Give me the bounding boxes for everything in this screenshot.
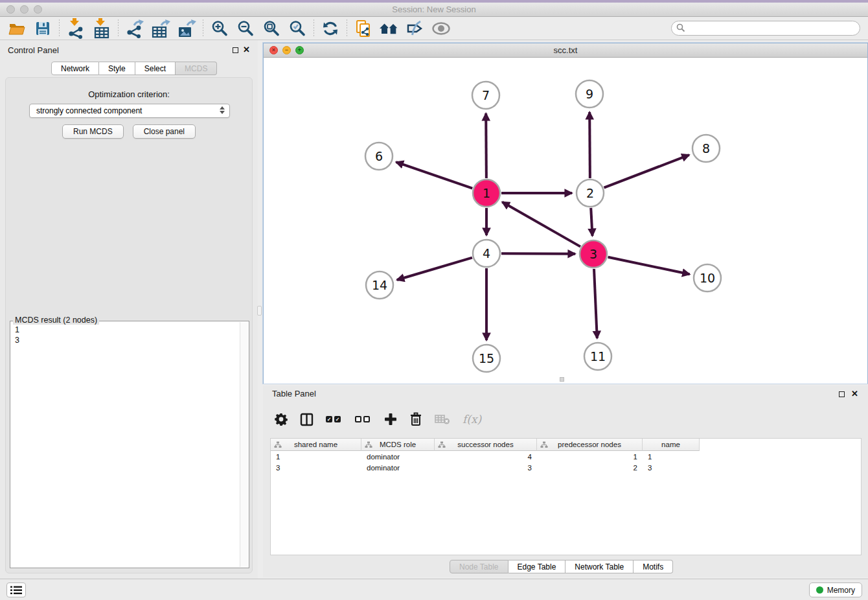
graph-edge-3-10[interactable] [608, 257, 690, 275]
column-header-name[interactable]: name [643, 439, 700, 451]
add-column-button[interactable] [384, 413, 397, 426]
toolbar-separator [314, 19, 314, 38]
graph-node-11[interactable]: 11 [584, 343, 611, 370]
graph-node-7[interactable]: 7 [472, 82, 499, 109]
network-window-titlebar[interactable]: × − + scc.txt [264, 43, 867, 58]
network-canvas[interactable]: 7968124314101511 [264, 58, 867, 384]
export-image-button[interactable] [174, 18, 200, 39]
graph-edge-2-9[interactable] [589, 112, 590, 178]
graph-node-8[interactable]: 8 [692, 135, 720, 162]
clone-network-button[interactable] [350, 18, 376, 39]
criterion-select[interactable]: strongly connected component [29, 104, 230, 118]
graph-edge-3-11[interactable] [594, 269, 597, 338]
export-table-button[interactable] [148, 18, 174, 39]
table-row[interactable]: 3dominator323 [271, 462, 861, 473]
zoom-in-button[interactable] [207, 18, 233, 39]
close-window-icon[interactable] [6, 5, 15, 14]
zoom-fit-button[interactable] [258, 18, 284, 39]
svg-text:14: 14 [372, 278, 387, 292]
tab-network-table[interactable]: Network Table [565, 560, 634, 573]
graph-node-10[interactable]: 10 [694, 264, 721, 292]
zoom-out-button[interactable] [233, 18, 258, 39]
mcds-result-list[interactable]: 13 [11, 322, 240, 567]
table-row[interactable]: 1dominator411 [271, 451, 861, 462]
delete-selected-button[interactable] [409, 412, 422, 426]
tab-edge-table[interactable]: Edge Table [508, 560, 566, 573]
home-button[interactable] [376, 18, 402, 39]
graph-node-15[interactable]: 15 [473, 345, 500, 372]
import-table-button[interactable] [89, 18, 115, 39]
close-panel-button[interactable]: Close panel [133, 124, 196, 139]
graph-node-14[interactable]: 14 [366, 271, 393, 299]
tab-motifs[interactable]: Motifs [634, 560, 673, 573]
optimization-criterion-label: Optimization criterion: [6, 89, 252, 99]
table-tabs: Node TableEdge TableNetwork TableMotifs [450, 560, 673, 573]
graph-node-2[interactable]: 2 [577, 179, 604, 207]
toolbar-separator [203, 19, 203, 38]
tab-mcds[interactable]: MCDS [176, 62, 217, 75]
result-scrollbar[interactable] [240, 322, 248, 567]
eye-button[interactable] [428, 18, 454, 39]
open-session-button[interactable] [4, 18, 30, 39]
table-settings-button[interactable] [275, 413, 288, 426]
close-table-panel-icon[interactable]: ✕ [851, 389, 858, 398]
close-view-icon[interactable]: × [269, 46, 278, 54]
view-resize-grip[interactable] [560, 377, 564, 382]
svg-text:6: 6 [375, 149, 383, 163]
column-header-mcds-role[interactable]: MCDS role [361, 439, 435, 451]
refresh-icon [322, 20, 339, 37]
zoom-window-icon[interactable] [34, 5, 42, 14]
task-history-button[interactable] [6, 583, 26, 597]
table-cell: 1 [643, 451, 700, 462]
split-columns-icon [300, 413, 314, 426]
tab-select[interactable]: Select [135, 62, 176, 75]
graph-node-9[interactable]: 9 [576, 80, 603, 108]
trash-icon [409, 412, 422, 426]
close-panel-icon[interactable]: ✕ [243, 45, 250, 54]
graph-node-6[interactable]: 6 [365, 143, 393, 170]
tab-node-table[interactable]: Node Table [450, 560, 508, 573]
label-off-button[interactable] [402, 18, 428, 39]
graph-edge-1-6[interactable] [396, 162, 472, 188]
tab-style[interactable]: Style [99, 62, 135, 75]
column-header-successor-nodes[interactable]: successor nodes [435, 439, 537, 451]
graph-edge-2-3[interactable] [591, 208, 592, 236]
graph-edge-4-3[interactable] [501, 253, 575, 254]
graph-edge-4-14[interactable] [397, 258, 472, 280]
double-home-icon [379, 21, 400, 36]
float-panel-icon[interactable] [233, 47, 238, 53]
memory-button[interactable]: Memory [809, 583, 862, 597]
run-mcds-button[interactable]: Run MCDS [62, 124, 124, 139]
minimize-view-icon[interactable]: − [282, 46, 291, 54]
splitter-handle[interactable] [257, 306, 262, 316]
tab-network[interactable]: Network [51, 62, 99, 75]
save-session-button[interactable] [30, 18, 56, 39]
zoom-selected-button[interactable] [284, 18, 310, 39]
graph-edge-1-7[interactable] [486, 113, 486, 178]
search-input[interactable] [671, 21, 860, 36]
checked-box-icon [326, 416, 332, 422]
mcds-result-group: MCDS result (2 nodes) 13 [10, 321, 249, 568]
table-cell: 3 [435, 462, 537, 473]
clone-network-icon [355, 19, 372, 38]
maximize-view-icon[interactable]: + [295, 46, 304, 54]
deselect-all-button[interactable] [355, 416, 372, 422]
column-header-shared-name[interactable]: shared name [271, 439, 361, 451]
graph-edge-3-1[interactable] [502, 202, 580, 247]
column-tree-icon [365, 441, 372, 448]
graph-edge-2-8[interactable] [604, 155, 689, 188]
select-all-button[interactable] [326, 416, 343, 422]
export-network-button[interactable] [122, 18, 148, 39]
graph-node-4[interactable]: 4 [473, 240, 500, 267]
float-table-panel-icon[interactable] [839, 391, 845, 397]
import-network-button[interactable] [63, 18, 89, 39]
export-table-icon [151, 19, 170, 38]
column-header-predecessor-nodes[interactable]: predecessor nodes [537, 439, 643, 451]
graph-node-3[interactable]: 3 [580, 240, 607, 268]
split-columns-button[interactable] [300, 413, 314, 426]
graph-node-1[interactable]: 1 [473, 179, 500, 207]
table-cell: dominator [361, 462, 435, 473]
refresh-layout-button[interactable] [317, 18, 343, 39]
minimize-window-icon[interactable] [20, 5, 29, 14]
window-title: Session: New Session [0, 5, 868, 14]
